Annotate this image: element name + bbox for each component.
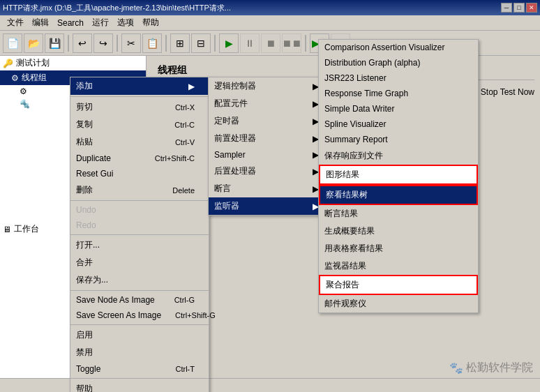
title-bar-buttons: ─ □ ✕ — [501, 3, 537, 13]
gear-icon: ⚙ — [11, 73, 19, 83]
toolbar-cut[interactable]: ✂ — [121, 33, 141, 53]
menu-search[interactable]: Search — [53, 17, 88, 29]
maximize-button[interactable]: □ — [513, 3, 525, 13]
ctx-duplicate[interactable]: Duplicate Ctrl+Shift-C — [70, 151, 209, 166]
ctx-sep4 — [70, 290, 209, 291]
ctx-save-node-image[interactable]: Save Node As Image Ctrl-G — [70, 292, 209, 308]
sampler2-icon: 🔩 — [20, 99, 30, 109]
ctx-open[interactable]: 打开... — [70, 236, 209, 254]
ctx-save-as[interactable]: 保存为... — [70, 271, 209, 289]
ctx-sep1 — [70, 96, 209, 97]
toolbar-save[interactable]: 💾 — [45, 33, 64, 53]
tree-label-testplan: 测试计划 — [16, 57, 50, 69]
listener-mail-viewer[interactable]: 邮件观察仪 — [319, 295, 478, 312]
ctx-sep5 — [70, 324, 209, 325]
tree-label-threadgroup: 线程组 — [22, 72, 47, 84]
listener-view-results-tree[interactable]: 察看结果树 — [319, 185, 478, 205]
title-bar: HTTP请求.jmx (D:\B_工具\apache-jmeter-2.13\b… — [0, 0, 540, 15]
submenu-add-assertion[interactable]: 断言 ▶ — [209, 180, 333, 197]
ctx-sep3 — [70, 234, 209, 235]
toolbar-sep5 — [305, 35, 306, 52]
tree-label-workbench: 工作台 — [14, 223, 39, 235]
listener-response-time[interactable]: Response Time Graph — [319, 86, 478, 101]
toolbar-sep3 — [165, 35, 167, 52]
ctx-add[interactable]: 添加 ▶ — [70, 77, 209, 95]
key-icon: 🔑 — [3, 59, 13, 68]
toolbar-run[interactable]: ▶ — [219, 33, 239, 53]
listener-view-table[interactable]: 用表格察看结果 — [319, 240, 478, 257]
submenu-add-postproc[interactable]: 后置处理器 ▶ — [209, 163, 333, 180]
menu-help[interactable]: 帮助 — [138, 15, 163, 30]
toolbar-stop[interactable]: ⏹ — [261, 33, 280, 53]
ctx-toggle[interactable]: Toggle Ctrl-T — [70, 361, 209, 377]
submenu-add-preproc[interactable]: 前置处理器 ▶ — [209, 130, 333, 147]
menu-file[interactable]: 文件 — [3, 15, 28, 30]
toolbar-stop-all[interactable]: ⏹⏹ — [282, 33, 301, 53]
close-button[interactable]: ✕ — [526, 3, 537, 13]
listener-jsr223[interactable]: JSR223 Listener — [319, 70, 478, 86]
ctx-delete[interactable]: 删除 Delete — [70, 181, 209, 199]
toolbar-undo[interactable]: ↩ — [73, 33, 92, 53]
ctx-disable[interactable]: 禁用 — [70, 344, 209, 361]
listener-spline[interactable]: Spline Visualizer — [319, 116, 478, 132]
tree-node-testplan[interactable]: 🔑 测试计划 — [0, 56, 146, 70]
listener-summary[interactable]: Summary Report — [319, 132, 478, 147]
submenu-add-listener[interactable]: 监听器 ▶ — [209, 197, 333, 215]
listener-simple-data[interactable]: Simple Data Writer — [319, 101, 478, 116]
toolbar-copy[interactable]: 📋 — [142, 33, 162, 53]
ctx-cut[interactable]: 剪切 Ctrl-X — [70, 98, 209, 116]
workbench-icon: 🖥 — [3, 225, 11, 234]
toolbar-collapse[interactable]: ⊟ — [191, 33, 211, 53]
submenu-listener[interactable]: Comparison Assertion Visualizer Distribu… — [318, 39, 479, 313]
menu-edit[interactable]: 编辑 — [28, 15, 53, 30]
ctx-reset-gui[interactable]: Reset Gui — [70, 166, 209, 181]
ctx-enable[interactable]: 启用 — [70, 326, 209, 344]
listener-aggregate-report[interactable]: 聚合报告 — [319, 275, 478, 295]
listener-save-response[interactable]: 保存响应到文件 — [319, 147, 478, 165]
ctx-sep6 — [70, 378, 209, 379]
toolbar-sep1 — [68, 35, 69, 52]
toolbar-sep2 — [117, 35, 118, 52]
minimize-button[interactable]: ─ — [501, 3, 512, 13]
listener-distribution[interactable]: Distribution Graph (alpha) — [319, 55, 478, 70]
toolbar-open[interactable]: 📂 — [24, 33, 43, 53]
ctx-copy[interactable]: 复制 Ctrl-C — [70, 116, 209, 133]
listener-monitor-results[interactable]: 监视器结果 — [319, 257, 478, 275]
menu-bar: 文件 编辑 Search 运行 选项 帮助 — [0, 15, 540, 31]
submenu-add-logic[interactable]: 逻辑控制器 ▶ — [209, 77, 333, 95]
ctx-undo: Undo — [70, 202, 209, 218]
toolbar-sep4 — [214, 35, 216, 52]
menu-options[interactable]: 选项 — [113, 15, 138, 30]
watermark-icon: 🐾 — [449, 361, 463, 375]
ctx-save-screen-image[interactable]: Save Screen As Image Ctrl+Shift-G — [70, 308, 209, 323]
listener-graph-result[interactable]: 图形结果 — [319, 165, 478, 185]
context-menu-main[interactable]: 添加 ▶ 剪切 Ctrl-X 复制 Ctrl-C 粘贴 Ctrl-V Dupli… — [70, 77, 209, 392]
submenu-add-timer[interactable]: 定时器 ▶ — [209, 112, 333, 130]
watermark: 🐾 松勤软件学院 — [449, 361, 533, 375]
ctx-sep2 — [70, 200, 209, 201]
add-arrow-icon: ▶ — [188, 82, 195, 91]
ctx-redo: Redo — [70, 218, 209, 233]
menu-run[interactable]: 运行 — [88, 15, 113, 30]
ctx-paste[interactable]: 粘贴 Ctrl-V — [70, 133, 209, 151]
submenu-add-sampler[interactable]: Sampler ▶ — [209, 147, 333, 163]
toolbar-new[interactable]: 📄 — [3, 33, 22, 53]
submenu-add[interactable]: 逻辑控制器 ▶ 配置元件 ▶ 定时器 ▶ 前置处理器 ▶ Sampler ▶ 后… — [208, 77, 333, 216]
listener-generate-summary[interactable]: 生成概要结果 — [319, 223, 478, 240]
watermark-text: 松勤软件学院 — [466, 361, 533, 375]
toolbar-redo[interactable]: ↪ — [93, 33, 113, 53]
stop-test-text: Stop Test Now — [481, 87, 534, 97]
sampler-icon: ⚙ — [20, 86, 27, 96]
submenu-add-config[interactable]: 配置元件 ▶ — [209, 95, 333, 112]
title-text: HTTP请求.jmx (D:\B_工具\apache-jmeter-2.13\b… — [3, 3, 231, 13]
listener-comparison[interactable]: Comparison Assertion Visualizer — [319, 40, 478, 55]
listener-assertion-results[interactable]: 断言结果 — [319, 205, 478, 223]
ctx-merge[interactable]: 合并 — [70, 254, 209, 271]
ctx-help[interactable]: 帮助 — [70, 380, 209, 392]
toolbar-pause[interactable]: ⏸ — [240, 33, 260, 53]
toolbar-expand[interactable]: ⊞ — [170, 33, 190, 53]
